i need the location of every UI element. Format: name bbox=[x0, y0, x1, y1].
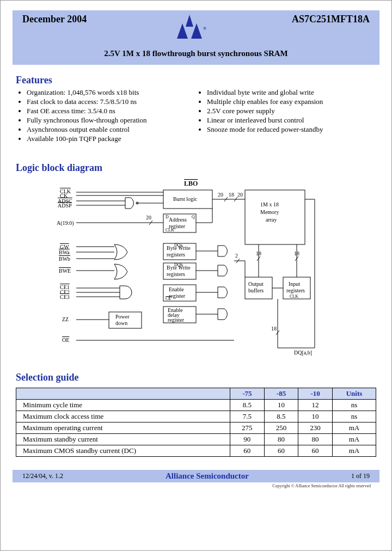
diagram-heading: Logic block diagram bbox=[16, 162, 376, 174]
bw-b-line2: registers bbox=[167, 271, 185, 277]
mem-line2: Memory bbox=[260, 209, 279, 215]
out-line2: buffers bbox=[248, 287, 264, 293]
pd-line2: down bbox=[115, 320, 127, 326]
cell: 12 bbox=[298, 400, 333, 411]
width-20-c: 20 bbox=[237, 192, 243, 198]
footer-company: Alliance Semiconductor bbox=[166, 472, 249, 481]
width-20-a: 20 bbox=[146, 215, 151, 221]
table-header-row: -75 -85 -10 Units bbox=[16, 388, 376, 400]
cell: 8.5 bbox=[264, 411, 298, 423]
features-columns: Organization: 1,048,576 words x18 bits F… bbox=[16, 88, 376, 144]
cell-unit: ns bbox=[332, 400, 376, 411]
sig-oe: OE bbox=[62, 337, 69, 343]
cell: 60 bbox=[298, 445, 333, 457]
sig-bwb: BWb bbox=[59, 256, 70, 262]
th-75: -75 bbox=[230, 388, 265, 400]
list-item: Snooze mode for reduced power-standby bbox=[207, 125, 376, 134]
pin-dqb: DQb bbox=[174, 262, 183, 267]
svg-text:®: ® bbox=[203, 26, 206, 31]
pin-d: D bbox=[166, 215, 169, 219]
enable-line1: Enable bbox=[169, 286, 184, 292]
list-item: Organization: 1,048,576 words x18 bits bbox=[27, 88, 196, 97]
cell-unit: mA bbox=[332, 423, 376, 434]
width-18-d: 18 bbox=[271, 326, 277, 332]
svg-marker-0 bbox=[186, 15, 193, 27]
doc-subtitle: 2.5V 1M x 18 flowthrough burst synchrono… bbox=[22, 47, 370, 62]
header-band: December 2004 ® AS7C251MFT18A 2.5V 1M x … bbox=[13, 10, 379, 65]
features-col1: Organization: 1,048,576 words x18 bits F… bbox=[19, 88, 196, 144]
footer-band: 12/24/04, v. 1.2 Alliance Semiconductor … bbox=[13, 470, 379, 482]
in-line1: Input bbox=[289, 281, 300, 287]
cell: 10 bbox=[298, 411, 333, 423]
cell: 250 bbox=[264, 423, 298, 434]
dq-bus-label: DQ[a,b] bbox=[294, 350, 312, 356]
burst-logic-label: Burst logic bbox=[173, 196, 198, 202]
in-line2: registers bbox=[286, 287, 305, 293]
pin-clk: CLK bbox=[166, 228, 174, 232]
cell: 230 bbox=[298, 423, 333, 434]
width-2: 2 bbox=[235, 253, 238, 259]
cell: 80 bbox=[298, 434, 333, 445]
header-top: December 2004 ® AS7C251MFT18A bbox=[22, 14, 370, 47]
list-item: Fast OE access time: 3.5/4.0 ns bbox=[27, 107, 196, 115]
cell-unit: mA bbox=[332, 445, 376, 457]
mem-line3: array bbox=[266, 217, 277, 223]
table-row: Maximum standby current 90 80 80 mA bbox=[16, 434, 376, 445]
cell-unit: mA bbox=[332, 434, 376, 445]
out-line1: Output bbox=[248, 281, 264, 287]
sig-adsp: ADSP bbox=[58, 203, 72, 209]
table-row: Minimum cycle time 8.5 10 12 ns bbox=[16, 400, 376, 411]
footer-version: 12/24/04, v. 1.2 bbox=[22, 472, 63, 480]
sig-a: A(19:0) bbox=[57, 220, 74, 226]
width-18-a: 18 bbox=[229, 192, 234, 198]
th-blank bbox=[16, 388, 230, 400]
row-label: Maximum operating current bbox=[16, 423, 230, 434]
cell: 60 bbox=[264, 445, 298, 457]
pin-dqa: DQa bbox=[174, 243, 183, 248]
table-row: Maximum CMOS standby current (DC) 60 60 … bbox=[16, 445, 376, 457]
list-item: Asynchronous output enable control bbox=[27, 125, 196, 134]
width-20-b: 20 bbox=[218, 192, 223, 198]
width-18-b: 18 bbox=[256, 250, 261, 256]
th-10: -10 bbox=[298, 388, 333, 400]
pin-q: Q bbox=[192, 215, 195, 219]
features-heading: Features bbox=[16, 75, 376, 86]
selection-heading: Selection guide bbox=[16, 372, 376, 383]
th-units: Units bbox=[332, 388, 376, 400]
cell: 90 bbox=[230, 434, 265, 445]
cell-unit: ns bbox=[332, 411, 376, 423]
mem-line1: 1M x 18 bbox=[260, 201, 279, 207]
sig-zz: ZZ bbox=[62, 316, 69, 322]
enable-line2: register bbox=[169, 293, 186, 299]
cell: 60 bbox=[230, 445, 265, 457]
block-diagram: LBO Burst logic 1M x 18 Memory array Add… bbox=[16, 179, 376, 361]
cell: 7.5 bbox=[230, 411, 265, 423]
list-item: Available 100-pin TQFP package bbox=[27, 134, 196, 143]
addr-line1: Address bbox=[169, 217, 187, 223]
page: December 2004 ® AS7C251MFT18A 2.5V 1M x … bbox=[0, 0, 392, 551]
company-logo-icon: ® bbox=[170, 14, 209, 47]
od-line3: register bbox=[168, 317, 185, 323]
pin-clk2: CLK bbox=[290, 294, 298, 299]
pd-line1: Power bbox=[115, 314, 130, 320]
bw-a-line2: registers bbox=[167, 252, 185, 258]
table-row: Maximum clock access time 7.5 8.5 10 ns bbox=[16, 411, 376, 423]
list-item: Fast clock to data access: 7.5/8.5/10 ns bbox=[27, 97, 196, 106]
row-label: Minimum cycle time bbox=[16, 400, 230, 411]
cell: 10 bbox=[264, 400, 298, 411]
row-label: Maximum standby current bbox=[16, 434, 230, 445]
pin-ce: CE bbox=[166, 296, 171, 301]
list-item: Fully synchronous flow-through operation bbox=[27, 116, 196, 125]
cell: 275 bbox=[230, 423, 265, 434]
list-item: Multiple chip enables for easy expansion bbox=[207, 97, 376, 106]
cell: 8.5 bbox=[230, 400, 265, 411]
list-item: Linear or interleaved burst control bbox=[207, 116, 376, 125]
width-18-c: 18 bbox=[294, 250, 299, 256]
sig-ce3: CE3 bbox=[60, 294, 70, 300]
row-label: Maximum CMOS standby current (DC) bbox=[16, 445, 230, 457]
part-number: AS7C251MFT18A bbox=[292, 14, 370, 25]
cell: 80 bbox=[264, 434, 298, 445]
doc-date: December 2004 bbox=[22, 14, 87, 25]
table-row: Maximum operating current 275 250 230 mA bbox=[16, 423, 376, 434]
row-label: Maximum clock access time bbox=[16, 411, 230, 423]
